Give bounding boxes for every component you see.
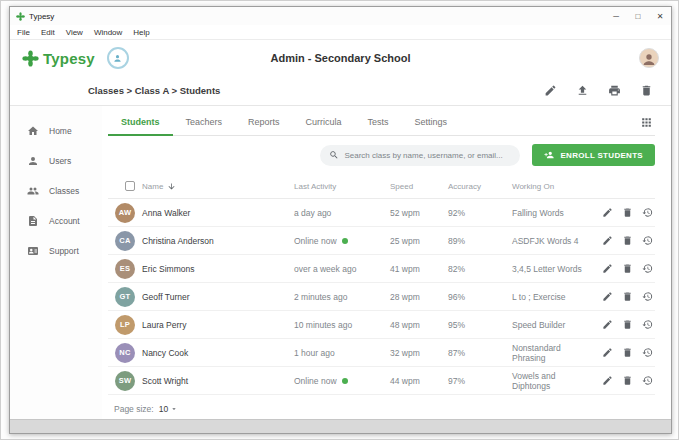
delete-student-icon[interactable] — [622, 291, 633, 302]
minimize-button[interactable]: ─ — [605, 7, 627, 25]
select-all-checkbox[interactable] — [125, 181, 135, 191]
enroll-students-button[interactable]: ENROLL STUDENTS — [532, 144, 655, 166]
pagination-bar: Page size: 10 — [108, 395, 655, 419]
page-size-select[interactable]: 10 — [159, 404, 178, 414]
sidebar-label: Support — [49, 246, 79, 256]
edit-student-icon[interactable] — [602, 347, 613, 358]
history-student-icon[interactable] — [642, 235, 653, 246]
upload-button[interactable] — [576, 84, 589, 97]
edit-student-icon[interactable] — [602, 319, 613, 330]
tab-settings[interactable]: Settings — [402, 110, 461, 136]
col-accuracy[interactable]: Accuracy — [448, 182, 512, 191]
page-size-value: 10 — [159, 404, 168, 414]
row-actions — [591, 291, 655, 302]
edit-student-icon[interactable] — [602, 207, 613, 218]
history-student-icon[interactable] — [642, 347, 653, 358]
print-button[interactable] — [608, 84, 621, 97]
idcard-icon — [27, 245, 39, 257]
table-row[interactable]: GT Geoff Turner 2 minutes ago 28 wpm 96%… — [108, 283, 655, 311]
student-speed: 32 wpm — [390, 348, 448, 358]
sidebar: Home Users Classes Account Support — [10, 106, 102, 419]
table-body: AW Anna Walker a day ago 52 wpm 92% Fall… — [108, 199, 655, 395]
last-activity: Online now — [294, 236, 390, 246]
delete-student-icon[interactable] — [622, 375, 633, 386]
history-student-icon[interactable] — [642, 207, 653, 218]
student-avatar: SW — [115, 371, 135, 391]
row-actions — [591, 235, 655, 246]
last-activity: 1 hour ago — [294, 348, 390, 358]
menu-help[interactable]: Help — [133, 28, 149, 37]
edit-student-icon[interactable] — [602, 263, 613, 274]
breadcrumb[interactable]: Classes > Class A > Students — [88, 85, 220, 96]
delete-student-icon[interactable] — [622, 207, 633, 218]
student-speed: 44 wpm — [390, 376, 448, 386]
delete-student-icon[interactable] — [622, 235, 633, 246]
table-row[interactable]: SW Scott Wright Online now 44 wpm 97% Vo… — [108, 367, 655, 395]
tab-reports[interactable]: Reports — [235, 110, 293, 136]
online-indicator — [342, 238, 348, 244]
tab-tests[interactable]: Tests — [355, 110, 402, 136]
tab-curricula[interactable]: Curricula — [293, 110, 355, 136]
col-name[interactable]: Name — [142, 182, 163, 191]
history-student-icon[interactable] — [642, 291, 653, 302]
table-row[interactable]: ES Eric Simmons over a week ago 41 wpm 8… — [108, 255, 655, 283]
delete-student-icon[interactable] — [622, 319, 633, 330]
edit-student-icon[interactable] — [602, 375, 613, 386]
col-working-on[interactable]: Working On — [512, 182, 591, 191]
student-accuracy: 97% — [448, 376, 512, 386]
sidebar-item-users[interactable]: Users — [10, 146, 102, 176]
sidebar-label: Home — [49, 126, 72, 136]
menu-window[interactable]: Window — [94, 28, 122, 37]
delete-class-button[interactable] — [640, 84, 653, 97]
upload-icon — [576, 84, 589, 97]
window-title: Typesy — [29, 12, 54, 21]
brand-name: Typesy — [43, 50, 95, 67]
grid-view-icon[interactable] — [640, 116, 655, 129]
row-actions — [591, 207, 655, 218]
menu-file[interactable]: File — [17, 28, 30, 37]
profile-avatar[interactable] — [639, 48, 659, 68]
tab-students[interactable]: Students — [108, 110, 173, 136]
search-input[interactable] — [344, 151, 511, 160]
trash-icon — [640, 84, 653, 97]
delete-student-icon[interactable] — [622, 347, 633, 358]
col-speed[interactable]: Speed — [390, 182, 448, 191]
online-indicator — [342, 378, 348, 384]
table-row[interactable]: NC Nancy Cook 1 hour ago 32 wpm 87% Nons… — [108, 339, 655, 367]
sidebar-label: Users — [49, 156, 71, 166]
close-button[interactable]: ✕ — [649, 7, 671, 25]
edit-student-icon[interactable] — [602, 235, 613, 246]
student-avatar: LP — [115, 315, 135, 335]
sidebar-item-home[interactable]: Home — [10, 116, 102, 146]
student-working-on: Speed Builder — [512, 320, 591, 330]
tab-teachers[interactable]: Teachers — [173, 110, 236, 136]
edit-student-icon[interactable] — [602, 291, 613, 302]
delete-student-icon[interactable] — [622, 263, 633, 274]
page-size-label: Page size: — [114, 404, 154, 414]
history-student-icon[interactable] — [642, 263, 653, 274]
edit-class-button[interactable] — [544, 84, 557, 97]
main-panel: Students Teachers Reports Curricula Test… — [102, 106, 671, 419]
student-avatar: CA — [115, 231, 135, 251]
table-row[interactable]: AW Anna Walker a day ago 52 wpm 92% Fall… — [108, 199, 655, 227]
table-row[interactable]: CA Christina Anderson Online now 25 wpm … — [108, 227, 655, 255]
menu-view[interactable]: View — [66, 28, 83, 37]
student-working-on: 3,4,5 Letter Words — [512, 264, 591, 274]
history-student-icon[interactable] — [642, 319, 653, 330]
maximize-button[interactable]: □ — [627, 7, 649, 25]
sidebar-item-account[interactable]: Account — [10, 206, 102, 236]
last-activity: over a week ago — [294, 264, 390, 274]
enroll-button-label: ENROLL STUDENTS — [560, 151, 643, 160]
menu-edit[interactable]: Edit — [41, 28, 55, 37]
student-working-on: Nonstandard Phrasing — [512, 343, 591, 363]
sidebar-item-classes[interactable]: Classes — [10, 176, 102, 206]
last-activity: 10 minutes ago — [294, 320, 390, 330]
printer-icon — [608, 84, 621, 97]
last-activity: a day ago — [294, 208, 390, 218]
table-row[interactable]: LP Laura Perry 10 minutes ago 48 wpm 95%… — [108, 311, 655, 339]
history-student-icon[interactable] — [642, 375, 653, 386]
student-accuracy: 92% — [448, 208, 512, 218]
sidebar-item-support[interactable]: Support — [10, 236, 102, 266]
col-last-activity[interactable]: Last Activity — [294, 182, 390, 191]
row-actions — [591, 375, 655, 386]
